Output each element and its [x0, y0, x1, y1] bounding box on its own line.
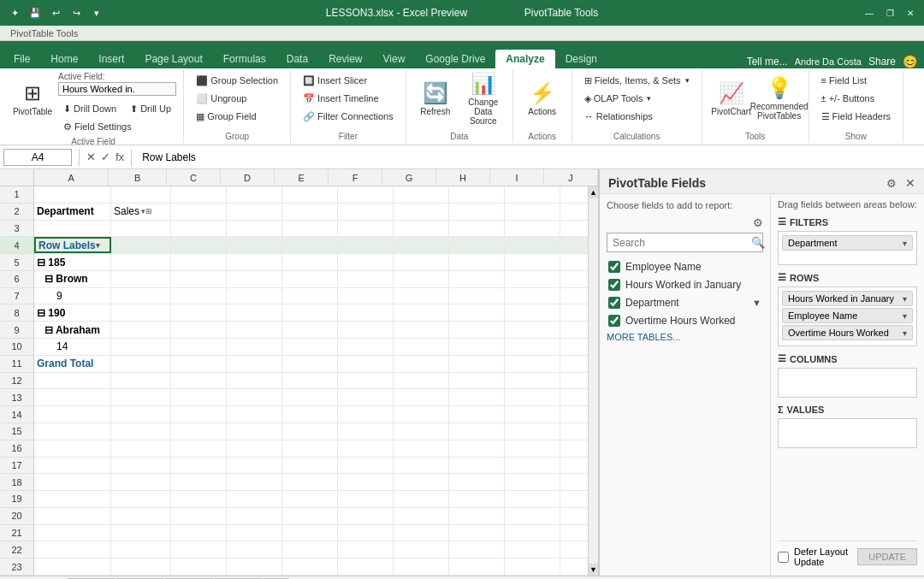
cell-b6[interactable]	[111, 271, 171, 287]
cell-g1[interactable]	[394, 186, 449, 203]
cell-d15[interactable]	[227, 423, 282, 440]
cell-f13[interactable]	[338, 389, 394, 405]
cell-a8[interactable]: ⊟ 190	[34, 304, 111, 321]
cell-h9[interactable]	[449, 322, 505, 338]
cell-c9[interactable]	[171, 322, 227, 338]
relationships-btn[interactable]: ↔ Relationships	[579, 108, 695, 125]
cell-i13[interactable]	[505, 389, 560, 405]
cell-c16[interactable]	[171, 440, 227, 457]
cell-j20[interactable]	[560, 508, 588, 524]
fields-items-btn[interactable]: ⊞ Fields, Items, & Sets ▾	[579, 72, 695, 89]
group-field-btn[interactable]: ▦ Group Field	[191, 108, 283, 125]
cell-e21[interactable]	[282, 525, 338, 541]
cell-h6[interactable]	[449, 271, 505, 287]
cell-h15[interactable]	[449, 423, 505, 440]
cell-h10[interactable]	[449, 339, 505, 355]
cell-c19[interactable]	[171, 491, 227, 507]
cell-d5[interactable]	[227, 254, 282, 270]
tab-home[interactable]: Home	[40, 50, 88, 68]
filter-dept-arrow[interactable]: ▾	[903, 239, 907, 248]
cell-b8[interactable]	[111, 304, 171, 321]
cell-e1[interactable]	[282, 186, 338, 203]
row-16[interactable]: 16	[0, 440, 33, 458]
cell-h22[interactable]	[449, 541, 505, 558]
cell-f6[interactable]	[338, 271, 394, 287]
cell-g16[interactable]	[394, 440, 449, 457]
cell-d18[interactable]	[227, 474, 282, 490]
cell-d14[interactable]	[227, 406, 282, 422]
change-data-source-btn[interactable]: 📊 Change Data Source	[461, 72, 506, 125]
row-22[interactable]: 22	[0, 541, 33, 558]
cell-g7[interactable]	[394, 288, 449, 304]
cell-b16[interactable]	[111, 440, 171, 457]
undo-btn[interactable]: ↩	[48, 5, 63, 21]
cell-a3[interactable]	[34, 221, 111, 237]
cell-e9[interactable]	[282, 322, 338, 338]
tab-analyze[interactable]: Analyze	[495, 50, 554, 68]
cell-e17[interactable]	[282, 458, 338, 474]
cell-b21[interactable]	[111, 525, 171, 541]
cell-g11[interactable]	[394, 356, 449, 372]
cell-f10[interactable]	[338, 339, 394, 355]
cell-g6[interactable]	[394, 271, 449, 287]
cell-b11[interactable]	[111, 356, 171, 372]
cell-g17[interactable]	[394, 458, 449, 474]
cell-e19[interactable]	[282, 491, 338, 507]
cell-j11[interactable]	[560, 356, 588, 372]
cell-g8[interactable]	[394, 304, 449, 321]
cell-d20[interactable]	[227, 508, 282, 524]
actions-btn[interactable]: ⚡ Actions	[520, 72, 565, 125]
cell-b4[interactable]	[111, 237, 171, 253]
cell-i18[interactable]	[505, 474, 560, 490]
group-selection-btn[interactable]: ⬛ Group Selection	[191, 72, 283, 89]
col-header-c[interactable]: C	[167, 169, 221, 186]
cell-c8[interactable]	[171, 304, 227, 321]
cell-a20[interactable]	[34, 508, 111, 524]
cell-g4[interactable]	[394, 237, 449, 253]
col-header-j[interactable]: J	[544, 169, 598, 186]
row-8[interactable]: 8	[0, 304, 33, 322]
cell-f5[interactable]	[338, 254, 394, 270]
recommended-btn[interactable]: 💡 Recommended PivotTables	[757, 72, 802, 125]
cell-d19[interactable]	[227, 491, 282, 507]
cell-i17[interactable]	[505, 458, 560, 474]
cell-d17[interactable]	[227, 458, 282, 474]
cell-a2[interactable]: Department	[34, 204, 111, 220]
cell-c14[interactable]	[171, 406, 227, 422]
cell-a9[interactable]: ⊟ Abraham	[34, 322, 111, 338]
cell-b2[interactable]: Sales ▾⊞	[111, 204, 171, 220]
cell-i16[interactable]	[505, 440, 560, 457]
cell-c23[interactable]	[171, 558, 227, 575]
cell-g21[interactable]	[394, 525, 449, 541]
cell-j15[interactable]	[560, 423, 588, 440]
cell-e15[interactable]	[282, 423, 338, 440]
cell-g5[interactable]	[394, 254, 449, 270]
cell-f7[interactable]	[338, 288, 394, 304]
row-19[interactable]: 19	[0, 491, 33, 508]
cell-c6[interactable]	[171, 271, 227, 287]
tab-googledrive[interactable]: Google Drive	[415, 50, 495, 68]
tab-data[interactable]: Data	[276, 50, 318, 68]
pivot-values-box[interactable]	[778, 418, 917, 448]
pivot-columns-box[interactable]	[778, 368, 917, 398]
cell-a5[interactable]: ⊟ 185	[34, 254, 111, 270]
pivot-field-label-department[interactable]: Department	[625, 297, 679, 309]
tab-file[interactable]: File	[3, 50, 40, 68]
cell-a19[interactable]	[34, 491, 111, 507]
field-list-btn[interactable]: ≡ Field List	[816, 72, 896, 89]
cell-a6[interactable]: ⊟ Brown	[34, 271, 111, 287]
cell-j12[interactable]	[560, 373, 588, 389]
pivot-filters-box[interactable]: Department ▾	[778, 231, 917, 265]
row-23[interactable]: 23	[0, 558, 33, 576]
cell-i5[interactable]	[505, 254, 560, 270]
cell-g20[interactable]	[394, 508, 449, 524]
cell-e10[interactable]	[282, 339, 338, 355]
cell-b10[interactable]	[111, 339, 171, 355]
tell-me-input[interactable]: Tell me...	[747, 56, 788, 68]
cell-j5[interactable]	[560, 254, 588, 270]
cell-e7[interactable]	[282, 288, 338, 304]
cell-a12[interactable]	[34, 373, 111, 389]
cell-a23[interactable]	[34, 558, 111, 575]
cell-c1[interactable]	[171, 186, 227, 203]
cell-h3[interactable]	[449, 221, 505, 237]
